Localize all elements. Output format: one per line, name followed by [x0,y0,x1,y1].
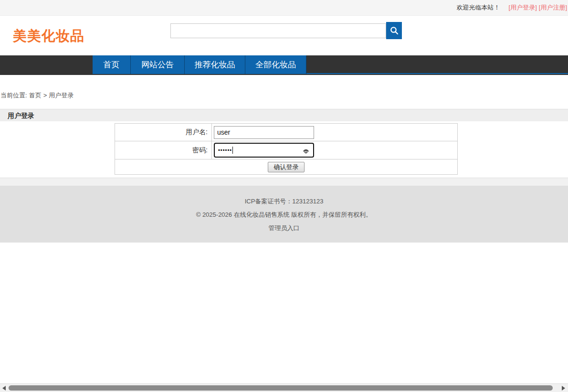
user-login-link[interactable]: [用户登录] [509,3,537,12]
nav-item-home[interactable]: 首页 [93,55,131,74]
nav-item-all-products[interactable]: 全部化妆品 [245,55,306,74]
username-cell [212,124,457,141]
username-row: 用户名: [115,124,457,141]
eye-icon[interactable] [302,147,310,157]
scroll-left-icon[interactable] [2,386,6,391]
breadcrumb-prefix: 当前位置: [0,92,27,99]
prefooter-band [0,178,568,186]
header: 美美化妆品 [0,16,568,55]
search-box [170,22,402,39]
scroll-right-icon[interactable] [562,386,565,391]
breadcrumb-separator: > [43,92,47,99]
nav-item-recommended[interactable]: 推荐化妆品 [185,55,245,74]
search-input[interactable] [170,23,386,38]
submit-row: 确认登录 [115,159,457,174]
scrollbar-thumb[interactable] [9,385,553,391]
user-register-link[interactable]: [用户注册] [539,3,567,12]
page: 欢迎光临本站！ [用户登录] [用户注册] 美美化妆品 首页 网站公告 推荐化妆… [0,0,568,392]
login-section-title: 用户登录 [0,109,568,121]
site-logo: 美美化妆品 [13,27,84,46]
topbar: 欢迎光临本站！ [用户登录] [用户注册] [0,0,568,16]
nav-menu: 首页 网站公告 推荐化妆品 全部化妆品 [93,55,568,74]
breadcrumb-home-link[interactable]: 首页 [29,92,42,99]
footer: ICP备案证书号：123123123 © 2025-2026 在线化妆品销售系统… [0,186,568,243]
copyright-text: © 2025-2026 在线化妆品销售系统 版权所有，并保留所有权利。 [0,206,568,219]
welcome-text: 欢迎光临本站！ [457,3,500,12]
main-nav: 首页 网站公告 推荐化妆品 全部化妆品 [0,55,568,75]
admin-entry-link[interactable]: 管理员入口 [269,224,300,232]
text-caret [232,147,233,154]
username-input[interactable] [214,126,314,139]
password-input[interactable]: •••••• [214,143,314,158]
search-icon [389,26,399,35]
breadcrumb: 当前位置:首页>用户登录 [0,91,75,100]
search-button[interactable] [386,22,402,39]
username-label: 用户名: [115,124,212,141]
nav-item-announcements[interactable]: 网站公告 [131,55,185,74]
password-label: 密码: [115,141,212,159]
login-form: 用户名: 密码: •••••• [115,123,458,175]
confirm-login-button[interactable]: 确认登录 [268,162,305,172]
password-masked-value: •••••• [218,148,232,153]
icp-text: ICP备案证书号：123123123 [0,186,568,206]
horizontal-scrollbar[interactable] [0,383,568,392]
breadcrumb-current: 用户登录 [49,92,74,99]
password-cell: •••••• [212,141,457,159]
password-row: 密码: •••••• [115,141,457,159]
